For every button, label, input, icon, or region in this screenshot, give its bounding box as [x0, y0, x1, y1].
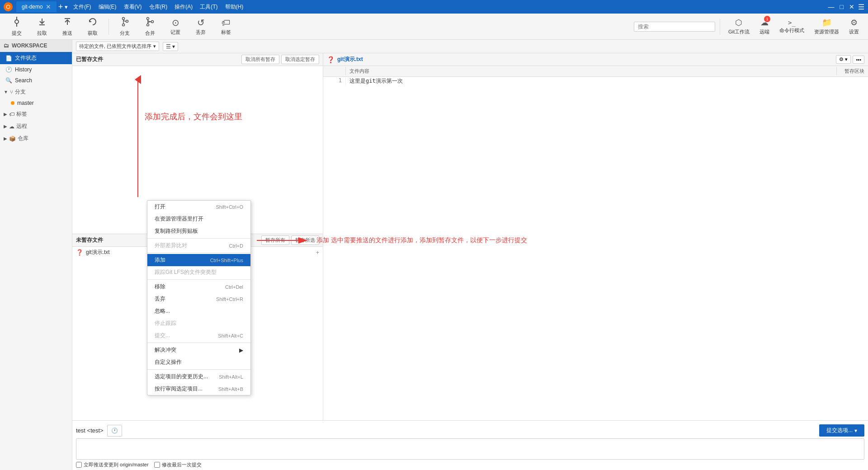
cm-custom-action[interactable]: 自定义操作 — [147, 356, 250, 368]
add-file-btn[interactable]: + — [316, 249, 319, 256]
toolbar-discard[interactable]: ↺ 丢弃 — [189, 15, 212, 38]
branch-section-icon: ⑂ — [10, 89, 13, 95]
cm-ignore-label: 忽略... — [155, 307, 170, 315]
toolbar-sep-2 — [720, 19, 720, 35]
toolbar-pull[interactable]: 拉取 — [31, 15, 53, 38]
branch-active-dot — [11, 101, 14, 105]
cancel-selected-staged-btn[interactable]: 取消选定暂存 — [281, 55, 319, 64]
toolbar-terminal[interactable]: >_ 命令行模式 — [776, 17, 808, 36]
diff-line-num: 1 — [323, 77, 346, 85]
toolbar-tag[interactable]: 🏷 标签 — [215, 16, 237, 38]
toolbar-explorer[interactable]: 📁 资源管理器 — [811, 16, 843, 37]
workspace-text: WORKSPACE — [12, 42, 47, 49]
diff-more-btn[interactable]: ••• — [853, 56, 864, 64]
toolbar-branch[interactable]: 分支 — [113, 15, 136, 38]
cm-stop-track: 停止跟踪 — [147, 317, 250, 329]
tag-icon: 🏷 — [222, 18, 231, 28]
filter-list-dropdown: ▾ — [172, 43, 175, 50]
sidebar-section-repo[interactable]: ▶ 📦 仓库 — [0, 132, 72, 145]
cm-open-label: 打开 — [155, 203, 165, 211]
pull-label: 拉取 — [37, 30, 47, 37]
sidebar-item-file-status[interactable]: 📄 文件状态 — [0, 52, 72, 64]
app-icon: ⬡ — [4, 2, 13, 11]
toolbar-merge[interactable]: 合并 — [139, 15, 161, 38]
sidebar-section-remote[interactable]: ▶ ☁ 远程 — [0, 120, 72, 132]
maximize-button[interactable]: □ — [840, 3, 844, 10]
commit-label: 提交 — [12, 30, 22, 37]
amend-commit-checkbox[interactable] — [154, 462, 160, 468]
filter-select[interactable]: 待定的文件, 已依照文件状态排序 ▾ — [76, 42, 159, 51]
tab-git-demo[interactable]: git-demo ✕ — [16, 1, 57, 12]
menu-edit[interactable]: 编辑(E) — [99, 3, 117, 11]
menu-repo[interactable]: 仓库(R) — [149, 3, 168, 11]
cm-discard[interactable]: 丢弃 Shift+Ctrl+R — [147, 293, 250, 305]
cm-ignore[interactable]: 忽略... — [147, 305, 250, 317]
toolbar-reset[interactable]: ⊙ 记置 — [164, 15, 187, 38]
commit-message-input[interactable] — [76, 438, 864, 460]
expand-repo-icon: ▶ — [4, 136, 7, 141]
diff-settings-btn[interactable]: ⚙ ▾ — [836, 55, 851, 64]
workspace-label: 🗂 WORKSPACE — [0, 40, 72, 52]
tag-label: 标签 — [221, 29, 231, 36]
amend-commit-label[interactable]: 修改最后一次提交 — [154, 461, 202, 468]
sidebar-item-history[interactable]: 🕐 History — [0, 64, 72, 75]
toolbar-push[interactable]: 推送 — [56, 15, 79, 38]
push-after-commit-checkbox[interactable] — [76, 462, 82, 468]
commit-author: test <test> — [76, 427, 104, 434]
cm-resolve-label: 解决冲突 — [155, 346, 176, 354]
cm-copy-path[interactable]: 复制路径到剪贴板 — [147, 225, 250, 237]
tab-dropdown[interactable]: ▾ — [65, 4, 68, 10]
discard-label: 丢弃 — [196, 29, 206, 36]
unstaged-filename: git演示.txt — [86, 249, 110, 256]
tab-label: git-demo — [22, 4, 43, 10]
menu-file[interactable]: 文件(F) — [73, 3, 91, 11]
toolbar-remote[interactable]: ☁ 1 远端 — [756, 16, 773, 37]
cm-blame[interactable]: 按行审阅选定项目... Shift+Alt+B — [147, 383, 250, 395]
toolbar-commit[interactable]: 提交 — [5, 15, 28, 38]
svg-point-0 — [15, 20, 19, 24]
commit-submit-btn[interactable]: 提交选项... ▾ — [819, 424, 864, 437]
sidebar-items: 📄 文件状态 🕐 History 🔍 Search ▼ ⑂ 分支 master — [0, 52, 72, 470]
cm-history[interactable]: 选定项目的变更历史... Shift+Alt+L — [147, 371, 250, 383]
cm-open[interactable]: 打开 Shift+Ctrl+O — [147, 201, 250, 213]
cm-resolve-sub-icon: ▶ — [239, 347, 243, 353]
close-button[interactable]: ✕ — [849, 3, 854, 10]
sidebar-branch-master[interactable]: master — [0, 98, 72, 108]
toolbar-fetch[interactable]: 获取 — [81, 15, 104, 38]
close-tab-icon[interactable]: ✕ — [46, 3, 51, 10]
cm-sep-1 — [147, 238, 250, 239]
menu-action[interactable]: 操作(A) — [175, 3, 193, 11]
history-icon: 🕐 — [5, 66, 12, 73]
minimize-button[interactable]: — — [828, 3, 835, 10]
sidebar-item-search[interactable]: 🔍 Search — [0, 75, 72, 86]
commit-history-btn[interactable]: 🕐 — [107, 425, 122, 437]
sidebar-section-tags[interactable]: ▶ 🏷 标签 — [0, 108, 72, 120]
cm-resolve[interactable]: 解决冲突 ▶ — [147, 344, 250, 356]
cancel-all-staged-btn[interactable]: 取消所有暂存 — [241, 55, 279, 64]
cm-remove[interactable]: 移除 Ctrl+Del — [147, 281, 250, 293]
sidebar-section-branch[interactable]: ▼ ⑂ 分支 — [0, 86, 72, 98]
search-icon: 🔍 — [5, 77, 12, 84]
toolbar-settings[interactable]: ⚙ 设置 — [845, 16, 863, 37]
hamburger-menu[interactable]: ☰ — [858, 3, 864, 11]
filter-icon-btn[interactable]: ☰ ▾ — [163, 42, 178, 51]
push-label: 推送 — [62, 30, 72, 37]
menu-bar: 文件(F) 编辑(E) 查看(V) 仓库(R) 操作(A) 工具(T) 帮助(H… — [73, 3, 243, 11]
main-area: 🗂 WORKSPACE 📄 文件状态 🕐 History 🔍 Search ▼ … — [0, 40, 868, 470]
explorer-label: 资源管理器 — [814, 28, 839, 35]
window-controls: — □ ✕ — [828, 3, 854, 10]
bottom-area: test <test> 🕐 提交选项... ▾ 立即推送变更到 origin/m… — [72, 420, 868, 470]
search-input[interactable] — [634, 22, 715, 32]
cm-open-explorer[interactable]: 在资源管理器里打开 — [147, 213, 250, 225]
staged-title: 已暂存文件 — [76, 56, 240, 63]
push-after-commit-label[interactable]: 立即推送变更到 origin/master — [76, 461, 149, 468]
staged-empty-text: 添加完成后，文件会到这里 — [145, 111, 242, 122]
reset-label: 记置 — [170, 29, 180, 36]
cm-discard-label: 丢弃 — [155, 295, 165, 303]
cm-add[interactable]: 添加 Ctrl+Shift+Plus — [147, 254, 250, 266]
toolbar-git-flow[interactable]: ⬡ Git工作流 — [725, 16, 753, 37]
menu-view[interactable]: 查看(V) — [124, 3, 142, 11]
new-tab-button[interactable]: + — [58, 2, 63, 12]
menu-tools[interactable]: 工具(T) — [200, 3, 217, 11]
menu-help[interactable]: 帮助(H) — [225, 3, 244, 11]
